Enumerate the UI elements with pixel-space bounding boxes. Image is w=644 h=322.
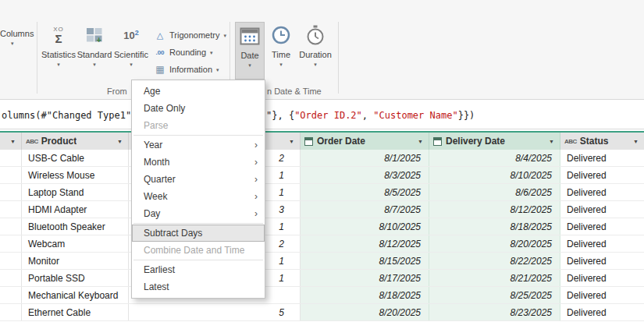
cell-delivery_date[interactable]: 8/21/2025 (429, 270, 560, 286)
menu-item-week[interactable]: Week› (132, 188, 265, 205)
cell-order_date[interactable]: 8/5/2025 (301, 184, 429, 200)
information-button[interactable]: ▦ Information ▾ (153, 61, 219, 78)
column-header-order-date[interactable]: Order Date ▼ (301, 133, 429, 150)
cell-delivery_date[interactable]: 8/18/2025 (429, 218, 560, 235)
menu-item-quarter[interactable]: Quarter› (132, 171, 265, 188)
power-query-window: Columns ▾ ΧΟ Σ Statistics ▾ + (0, 0, 644, 322)
cell-col0[interactable] (0, 201, 22, 218)
filter-dropdown-icon[interactable]: ▼ (116, 139, 124, 144)
cell-status[interactable]: Delivered (560, 218, 644, 235)
cell-status[interactable]: Delivered (560, 167, 644, 183)
chevron-down-icon: ▾ (314, 62, 317, 67)
cell-status[interactable]: Delivered (560, 287, 644, 303)
menu-item-label: Earliest (144, 264, 175, 275)
ribbon-separator (338, 22, 339, 94)
trigonometry-button[interactable]: △ Trigonometry ▾ (153, 27, 226, 44)
cell-delivery_date[interactable]: 8/20/2025 (429, 235, 560, 252)
cell-order_date[interactable]: 8/1/2025 (301, 150, 429, 166)
column-header-label: Status (580, 136, 609, 147)
information-button-label: Information (169, 65, 212, 74)
menu-item-date-only[interactable]: Date Only (132, 100, 265, 117)
filter-dropdown-icon[interactable]: ▼ (632, 139, 640, 144)
column-header-col0[interactable]: ▼ (0, 133, 22, 150)
cell-status[interactable]: Delivered (560, 201, 644, 218)
menu-divider (133, 135, 263, 136)
cell-status[interactable]: Delivered (560, 235, 644, 252)
cell-product[interactable]: USB-C Cable (22, 150, 129, 166)
cell-product[interactable]: Mechanical Keyboard (22, 287, 129, 303)
cell-order_date[interactable]: 8/17/2025 (301, 270, 429, 286)
cell-order_date[interactable]: 8/20/2025 (301, 304, 429, 320)
cell-col0[interactable] (0, 150, 22, 166)
cell-delivery_date[interactable]: 8/22/2025 (429, 253, 560, 269)
cell-col0[interactable] (0, 218, 22, 235)
duration-button-label: Duration (299, 50, 332, 59)
cell-status[interactable]: Delivered (560, 150, 644, 166)
cell-col0[interactable] (0, 304, 22, 320)
cell-delivery_date[interactable]: 8/10/2025 (429, 167, 560, 183)
menu-item-year[interactable]: Year› (132, 136, 265, 154)
columns-button[interactable]: Columns ▾ (0, 29, 34, 46)
cell-product[interactable]: HDMI Adapter (22, 201, 129, 218)
scientific-button[interactable]: 102 Scientific ▾ (112, 22, 151, 80)
formula-segment-string: "Customer Name" (373, 110, 457, 121)
date-button[interactable]: Date ▾ (235, 22, 265, 80)
ribbon: Columns ▾ ΧΟ Σ Statistics ▾ + (0, 0, 644, 100)
menu-item-day[interactable]: Day› (132, 205, 265, 222)
rounding-button[interactable]: .00 Rounding ▾ (153, 44, 213, 61)
time-button[interactable]: Time ▾ (266, 22, 296, 80)
cell-col0[interactable] (0, 184, 22, 200)
filter-dropdown-icon[interactable]: ▼ (287, 139, 296, 144)
cell-delivery_date[interactable]: 8/25/2025 (429, 287, 560, 303)
cell-order_date[interactable]: 8/18/2025 (301, 287, 429, 303)
cell-col0[interactable] (0, 235, 22, 252)
cell-order_date[interactable]: 8/3/2025 (301, 167, 429, 183)
cell-status[interactable]: Delivered (560, 270, 644, 286)
cell-product[interactable]: Monitor (22, 253, 129, 269)
formula-bar[interactable]: olumns(#"Changed Type1" "}, {"Order ID.2… (0, 100, 644, 129)
menu-item-parse: Parse (132, 117, 265, 134)
menu-item-earliest[interactable]: Earliest (132, 261, 265, 278)
cell-product[interactable]: Portable SSD (22, 270, 129, 286)
standard-button[interactable]: + Standard ▾ (77, 22, 112, 80)
cell-col0[interactable] (0, 270, 22, 286)
cell-delivery_date[interactable]: 8/4/2025 (429, 150, 560, 166)
statistics-button[interactable]: ΧΟ Σ Statistics ▾ (40, 22, 77, 80)
submenu-arrow-icon: › (254, 171, 258, 188)
cell-order_date[interactable]: 8/10/2025 (301, 218, 429, 235)
cell-order_date[interactable]: 8/15/2025 (301, 253, 429, 269)
cell-delivery_date[interactable]: 8/6/2025 (429, 184, 560, 200)
menu-item-subtract-days[interactable]: Subtract Days (132, 225, 265, 242)
cell-delivery_date[interactable]: 8/12/2025 (429, 201, 560, 218)
trigonometry-icon: △ (153, 30, 167, 41)
formula-segment-string: "Order ID.2" (294, 110, 362, 121)
cell-status[interactable]: Delivered (560, 253, 644, 269)
cell-product[interactable]: Wireless Mouse (22, 167, 129, 183)
menu-item-age[interactable]: Age (132, 83, 265, 100)
filter-dropdown-icon[interactable]: ▼ (547, 139, 556, 144)
svg-text:+: + (97, 35, 101, 44)
cell-col0[interactable] (0, 167, 22, 183)
cell-delivery_date[interactable]: 8/23/2025 (429, 304, 560, 320)
cell-status[interactable]: Delivered (560, 184, 644, 200)
menu-item-month[interactable]: Month› (132, 154, 265, 171)
cell-product[interactable]: Webcam (22, 235, 129, 252)
cell-order_date[interactable]: 8/7/2025 (301, 201, 429, 218)
cell-col2[interactable]: 5 (129, 304, 301, 320)
menu-item-latest[interactable]: Latest (132, 278, 265, 295)
cell-product[interactable]: Bluetooth Speaker (22, 218, 129, 235)
ribbon-group-from-label: From (107, 87, 127, 96)
cell-order_date[interactable]: 8/12/2025 (301, 235, 429, 252)
column-header-product[interactable]: ABC Product ▼ (22, 133, 129, 150)
column-header-status[interactable]: ABC Status ▼ (560, 133, 644, 150)
column-header-delivery-date[interactable]: Delivery Date ▼ (429, 133, 560, 150)
cell-col0[interactable] (0, 287, 22, 303)
cell-product[interactable]: Laptop Stand (22, 184, 129, 200)
cell-status[interactable]: Delivered (560, 304, 644, 320)
cell-product[interactable]: Ethernet Cable (22, 304, 129, 320)
filter-dropdown-icon[interactable]: ▼ (9, 139, 17, 144)
duration-button[interactable]: Duration ▾ (297, 22, 333, 80)
menu-item-label: Week (144, 191, 167, 202)
filter-dropdown-icon[interactable]: ▼ (416, 139, 425, 144)
cell-col0[interactable] (0, 253, 22, 269)
